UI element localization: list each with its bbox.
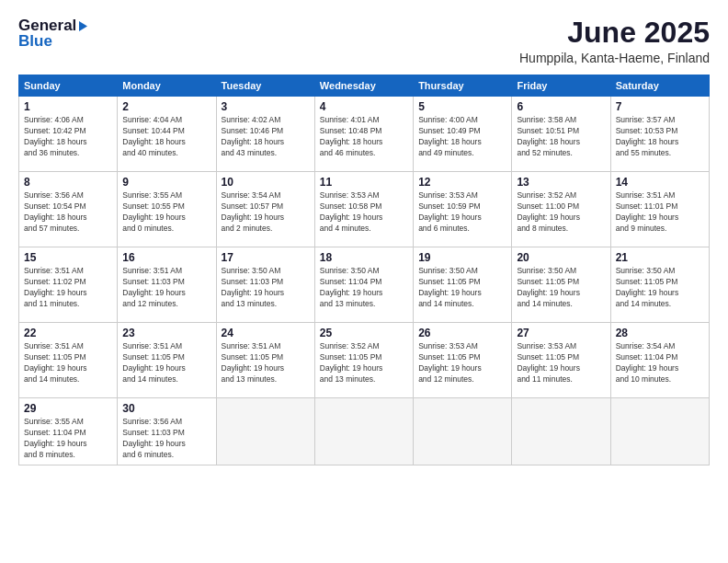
- page: General Blue June 2025 Humppila, Kanta-H…: [0, 0, 728, 563]
- day-12: 12 Sunrise: 3:53 AMSunset: 10:59 PMDayli…: [414, 172, 512, 247]
- calendar-header-row: Sunday Monday Tuesday Wednesday Thursday…: [19, 75, 710, 97]
- day-30: 30 Sunrise: 3:56 AMSunset: 11:03 PMDayli…: [118, 398, 216, 465]
- day-19: 19 Sunrise: 3:50 AMSunset: 11:05 PMDayli…: [414, 247, 512, 323]
- empty-cell-3: [414, 398, 512, 465]
- day-25: 25 Sunrise: 3:52 AMSunset: 11:05 PMDayli…: [314, 323, 413, 398]
- day-11: 11 Sunrise: 3:53 AMSunset: 10:58 PMDayli…: [314, 172, 413, 247]
- day-6: 6 Sunrise: 3:58 AMSunset: 10:51 PMDaylig…: [512, 97, 610, 172]
- col-thursday: Thursday: [414, 75, 512, 97]
- header: General Blue June 2025 Humppila, Kanta-H…: [18, 17, 710, 65]
- day-28: 28 Sunrise: 3:54 AMSunset: 11:04 PMDayli…: [610, 323, 709, 398]
- day-15: 15 Sunrise: 3:51 AMSunset: 11:02 PMDayli…: [19, 247, 118, 323]
- day-10: 10 Sunrise: 3:54 AMSunset: 10:57 PMDayli…: [216, 172, 314, 247]
- logo: General Blue: [18, 17, 89, 51]
- svg-marker-0: [79, 21, 87, 31]
- week-row-1: 1 Sunrise: 4:06 AMSunset: 10:42 PMDaylig…: [19, 97, 710, 172]
- day-7: 7 Sunrise: 3:57 AMSunset: 10:53 PMDaylig…: [610, 97, 709, 172]
- col-sunday: Sunday: [19, 75, 118, 97]
- day-5: 5 Sunrise: 4:00 AMSunset: 10:49 PMDaylig…: [414, 97, 512, 172]
- col-wednesday: Wednesday: [314, 75, 413, 97]
- empty-cell-2: [314, 398, 413, 465]
- empty-cell-4: [512, 398, 610, 465]
- day-14: 14 Sunrise: 3:51 AMSunset: 11:01 PMDayli…: [610, 172, 709, 247]
- day-29: 29 Sunrise: 3:55 AMSunset: 11:04 PMDayli…: [19, 398, 118, 465]
- day-4: 4 Sunrise: 4:01 AMSunset: 10:48 PMDaylig…: [314, 97, 413, 172]
- day-22: 22 Sunrise: 3:51 AMSunset: 11:05 PMDayli…: [19, 323, 118, 398]
- day-27: 27 Sunrise: 3:53 AMSunset: 11:05 PMDayli…: [512, 323, 610, 398]
- col-friday: Friday: [512, 75, 610, 97]
- empty-cell-1: [216, 398, 314, 465]
- logo-blue-text: Blue: [18, 32, 52, 51]
- month-title: June 2025: [519, 17, 710, 49]
- week-row-5: 29 Sunrise: 3:55 AMSunset: 11:04 PMDayli…: [19, 398, 710, 465]
- col-monday: Monday: [118, 75, 216, 97]
- week-row-3: 15 Sunrise: 3:51 AMSunset: 11:02 PMDayli…: [19, 247, 710, 323]
- calendar: Sunday Monday Tuesday Wednesday Thursday…: [18, 75, 710, 465]
- day-17: 17 Sunrise: 3:50 AMSunset: 11:03 PMDayli…: [216, 247, 314, 323]
- day-13: 13 Sunrise: 3:52 AMSunset: 11:00 PMDayli…: [512, 172, 610, 247]
- day-18: 18 Sunrise: 3:50 AMSunset: 11:04 PMDayli…: [314, 247, 413, 323]
- day-20: 20 Sunrise: 3:50 AMSunset: 11:05 PMDayli…: [512, 247, 610, 323]
- day-24: 24 Sunrise: 3:51 AMSunset: 11:05 PMDayli…: [216, 323, 314, 398]
- day-26: 26 Sunrise: 3:53 AMSunset: 11:05 PMDayli…: [414, 323, 512, 398]
- day-8: 8 Sunrise: 3:56 AMSunset: 10:54 PMDaylig…: [19, 172, 118, 247]
- day-9: 9 Sunrise: 3:55 AMSunset: 10:55 PMDaylig…: [118, 172, 216, 247]
- day-23: 23 Sunrise: 3:51 AMSunset: 11:05 PMDayli…: [118, 323, 216, 398]
- day-2: 2 Sunrise: 4:04 AMSunset: 10:44 PMDaylig…: [118, 97, 216, 172]
- location-subtitle: Humppila, Kanta-Haeme, Finland: [519, 51, 710, 65]
- col-tuesday: Tuesday: [216, 75, 314, 97]
- day-16: 16 Sunrise: 3:51 AMSunset: 11:03 PMDayli…: [118, 247, 216, 323]
- day-1: 1 Sunrise: 4:06 AMSunset: 10:42 PMDaylig…: [19, 97, 118, 172]
- week-row-2: 8 Sunrise: 3:56 AMSunset: 10:54 PMDaylig…: [19, 172, 710, 247]
- day-21: 21 Sunrise: 3:50 AMSunset: 11:05 PMDayli…: [610, 247, 709, 323]
- title-block: June 2025 Humppila, Kanta-Haeme, Finland: [519, 17, 710, 65]
- col-saturday: Saturday: [610, 75, 709, 97]
- week-row-4: 22 Sunrise: 3:51 AMSunset: 11:05 PMDayli…: [19, 323, 710, 398]
- logo-triangle-icon: [77, 20, 89, 32]
- empty-cell-5: [610, 398, 709, 465]
- day-3: 3 Sunrise: 4:02 AMSunset: 10:46 PMDaylig…: [216, 97, 314, 172]
